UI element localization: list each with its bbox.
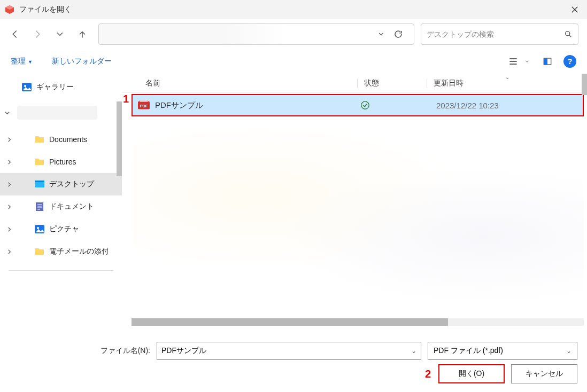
sidebar-scrollbar[interactable] <box>117 101 122 176</box>
folder-icon <box>34 246 45 257</box>
search-icon[interactable] <box>564 30 573 38</box>
up-button[interactable] <box>73 25 92 44</box>
search-box[interactable] <box>421 23 578 45</box>
navbar <box>0 19 587 49</box>
footer: ファイル名(N): PDFサンプル ⌄ PDF ファイル (*.pdf) ⌄ 2… <box>0 330 587 392</box>
svg-point-15 <box>361 101 369 109</box>
annotation-2: 2 <box>425 368 431 380</box>
chevron-right-icon[interactable] <box>6 249 15 255</box>
file-name: PDFサンプル <box>155 100 360 111</box>
preview-pane-icon[interactable] <box>538 52 557 71</box>
empty-area[interactable] <box>132 117 584 315</box>
pictures-icon <box>34 224 45 234</box>
svg-point-11 <box>37 227 39 229</box>
filename-value: PDFサンプル <box>161 346 411 356</box>
horizontal-scrollbar[interactable] <box>132 318 584 326</box>
sidebar-item-documents[interactable]: Documents <box>0 128 122 151</box>
svg-text:PDF: PDF <box>140 104 148 108</box>
toolbar: 整理 ▼ 新しいフォルダー ? <box>0 49 587 74</box>
chevron-right-icon[interactable] <box>6 204 15 210</box>
titlebar: ファイルを開く <box>0 0 587 19</box>
chevron-right-icon[interactable] <box>6 137 15 143</box>
sidebar-item-documents-jp[interactable]: ドキュメント <box>0 195 122 218</box>
filename-label: ファイル名(N): <box>101 346 150 356</box>
chevron-right-icon[interactable] <box>6 159 15 165</box>
forward-button[interactable] <box>28 25 47 44</box>
annotation-1: 1 <box>123 93 129 105</box>
window-title: ファイルを開く <box>19 5 72 14</box>
svg-point-6 <box>24 85 26 87</box>
blank-item <box>17 106 97 120</box>
sidebar-blank-parent[interactable] <box>0 101 122 124</box>
new-folder-button[interactable]: 新しいフォルダー <box>52 57 112 66</box>
folder-icon <box>34 134 45 145</box>
sidebar-item-label: 電子メールの添付 <box>49 247 108 256</box>
sidebar-item-pictures[interactable]: Pictures <box>0 151 122 173</box>
sidebar-gallery[interactable]: ギャラリー <box>0 76 122 98</box>
file-date: 2023/12/22 10:23 <box>430 101 583 110</box>
sidebar-item-label: Pictures <box>49 158 76 166</box>
chevron-down-icon[interactable] <box>4 110 13 116</box>
chevron-right-icon[interactable] <box>6 226 15 232</box>
sidebar-item-label: ギャラリー <box>36 82 74 92</box>
chevron-down-icon[interactable]: ⌄ <box>566 347 571 355</box>
svg-rect-4 <box>544 58 547 65</box>
pdf-icon: PDF <box>138 100 150 110</box>
desktop-icon <box>34 179 45 190</box>
address-bar[interactable] <box>98 23 414 45</box>
sidebar-item-label: Documents <box>49 135 87 144</box>
svg-rect-14 <box>140 100 148 102</box>
folder-icon <box>34 156 45 167</box>
address-chevron-icon[interactable] <box>377 30 393 38</box>
filetype-filter[interactable]: PDF ファイル (*.pdf) ⌄ <box>428 342 577 360</box>
chevron-down-icon[interactable]: ⌄ <box>411 347 416 355</box>
back-button[interactable] <box>5 25 25 44</box>
filter-value: PDF ファイル (*.pdf) <box>434 346 566 356</box>
help-button[interactable]: ? <box>563 55 576 68</box>
app-icon <box>4 4 15 15</box>
sidebar-item-label: ピクチャ <box>49 224 79 234</box>
view-menu-icon[interactable] <box>504 52 523 71</box>
svg-rect-9 <box>36 202 43 211</box>
refresh-button[interactable] <box>393 29 410 39</box>
file-status-icon <box>360 100 430 110</box>
sidebar-divider <box>9 270 113 271</box>
organize-menu[interactable]: 整理 ▼ <box>11 57 33 66</box>
file-row[interactable]: PDF PDFサンプル 2023/12/22 10:23 <box>132 94 584 116</box>
file-list: 名前 状態 ⌄ 更新日時 1 PDF PDFサンプル 2023/12 <box>122 74 587 330</box>
gallery-icon <box>21 82 32 92</box>
search-input[interactable] <box>427 30 564 38</box>
svg-rect-8 <box>35 181 44 182</box>
column-name[interactable]: 名前 <box>138 79 357 88</box>
file-open-dialog: ファイルを開く <box>0 0 587 392</box>
document-icon <box>34 201 45 212</box>
svg-point-2 <box>566 32 570 36</box>
column-status[interactable]: 状態 <box>357 79 427 88</box>
sidebar-item-label: ドキュメント <box>49 202 94 211</box>
sidebar-item-label: デスクトップ <box>49 179 94 189</box>
vertical-scrollbar[interactable] <box>582 74 587 95</box>
filename-combobox[interactable]: PDFサンプル ⌄ <box>157 342 421 360</box>
main-area: ギャラリー Documents <box>0 74 587 330</box>
column-date[interactable]: ⌄ 更新日時 <box>427 79 587 88</box>
cancel-button[interactable]: キャンセル <box>511 364 577 383</box>
view-menu-caret-icon[interactable] <box>523 52 531 71</box>
file-list-body[interactable]: 1 PDF PDFサンプル 2023/12/22 10:23 <box>122 93 587 330</box>
close-button[interactable] <box>562 0 587 19</box>
chevron-right-icon[interactable] <box>6 182 15 187</box>
sidebar-item-email-attach[interactable]: 電子メールの添付 <box>0 240 122 263</box>
sidebar-item-pictures-jp[interactable]: ピクチャ <box>0 218 122 240</box>
column-headers: 名前 状態 ⌄ 更新日時 <box>122 74 587 93</box>
open-button[interactable]: 開く(O) <box>438 364 505 383</box>
sidebar-item-desktop[interactable]: デスクトップ <box>0 173 122 195</box>
sidebar: ギャラリー Documents <box>0 74 122 330</box>
sort-indicator-icon: ⌄ <box>505 74 509 80</box>
recent-dropdown[interactable] <box>50 25 69 44</box>
